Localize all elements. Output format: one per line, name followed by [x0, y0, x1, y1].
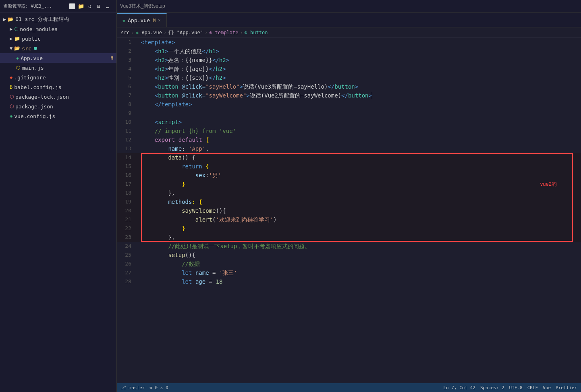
- error-count: ⊗ 0 ⚠ 0: [149, 385, 168, 390]
- line-number: 22: [117, 224, 138, 233]
- line-number: 20: [117, 206, 138, 215]
- pkglock-icon: ⬡: [10, 94, 14, 100]
- line-number: 13: [117, 144, 138, 153]
- tree-item-app-vue[interactable]: ◈ App.vue M: [0, 53, 116, 63]
- code-line-23: 23 },: [117, 233, 581, 242]
- line-content: <button @click="sayWelcome">说话(Vue2所配置的—…: [138, 91, 581, 100]
- code-line-21: 21 alert('欢迎来到尚硅谷学习'): [117, 215, 581, 224]
- tree-item-pkglock[interactable]: ⬡ package-lock.json: [0, 92, 116, 102]
- line-number: 27: [117, 268, 138, 277]
- line-content: setup(){: [138, 251, 581, 259]
- tree-label: babel.config.js: [14, 84, 61, 90]
- text-cursor: [372, 92, 372, 99]
- tree-label: App.vue: [21, 55, 43, 61]
- code-line-3: 3 <h2>姓名：{{name}}</h2>: [117, 56, 581, 64]
- gitignore-icon: ◆: [10, 75, 12, 80]
- line-content: sex:'男': [138, 171, 581, 180]
- line-number: 19: [117, 197, 138, 206]
- line-number: 28: [117, 277, 138, 286]
- line-content: name: 'App',: [138, 144, 581, 153]
- line-content: //此处只是测试一下setup，暂时不考虑响应式的问题。: [138, 242, 581, 251]
- line-number: 24: [117, 242, 138, 251]
- line-number: 11: [117, 127, 138, 135]
- tree-item-gitignore[interactable]: ◆ .gitignore: [0, 73, 116, 82]
- tree-label: package.json: [15, 104, 53, 110]
- more-icon[interactable]: …: [104, 3, 111, 9]
- tree-label: node_modules: [20, 26, 58, 32]
- new-folder-icon[interactable]: 📁: [78, 3, 84, 9]
- line-ending: CRLF: [527, 385, 538, 390]
- sidebar: 资源管理器: VUE3_... ⬜ 📁 ↺ ⊟ … ▶ 📂 01_src_分析工…: [0, 0, 117, 392]
- line-number: 6: [117, 82, 138, 91]
- sidebar-header-label: 资源管理器: VUE3_...: [3, 3, 52, 9]
- chevron-down-icon: ▼: [10, 46, 12, 51]
- line-content: sayWelcome(){: [138, 206, 581, 215]
- line-content: <script>: [138, 118, 581, 127]
- tree-item-src[interactable]: ▼ 📂 src: [0, 44, 116, 53]
- tree-label: 01_src_分析工程结构: [15, 16, 69, 23]
- code-editor[interactable]: 1<template>2 <h1>一个人的信息</h1>3 <h2>姓名：{{n…: [117, 38, 581, 383]
- code-line-25: 25 setup(){: [117, 251, 581, 259]
- breadcrumb-button: ⊙ button: [245, 30, 268, 35]
- vue-file-icon: ◈: [16, 55, 19, 61]
- line-number: 14: [117, 153, 138, 162]
- tab-bar: ◈ App.vue M ×: [117, 13, 581, 27]
- tree-item-node-modules[interactable]: ▶ ⬡ node_modules: [0, 24, 116, 34]
- new-file-icon[interactable]: ⬜: [69, 3, 75, 9]
- tree-label: vue.config.js: [14, 113, 55, 119]
- title-bar: Vue3技术_初识setup: [117, 0, 581, 13]
- tree-label: main.js: [22, 65, 44, 71]
- line-number: 18: [117, 189, 138, 197]
- line-content: <h2>姓名：{{name}}</h2>: [138, 56, 581, 64]
- tree-item-public[interactable]: ▶ 📁 public: [0, 34, 116, 44]
- code-line-9: 9: [117, 109, 581, 118]
- tree-item-01[interactable]: ▶ 📂 01_src_分析工程结构: [0, 15, 116, 24]
- tree-item-vueconfig[interactable]: ◈ vue.config.js: [0, 111, 116, 121]
- code-line-20: 20 sayWelcome(){: [117, 206, 581, 215]
- refresh-icon[interactable]: ↺: [87, 3, 93, 9]
- line-number: 17: [117, 180, 138, 189]
- tree-item-main-js[interactable]: ⬡ main.js: [0, 63, 116, 73]
- modified-badge: M: [110, 56, 113, 61]
- chevron-right-icon: ▶: [3, 17, 6, 22]
- folder-icon: 📂: [8, 17, 14, 22]
- tree-item-pkg[interactable]: ⬡ package.json: [0, 102, 116, 111]
- code-line-14: 14 data() {: [117, 153, 581, 162]
- line-content: },: [138, 233, 581, 242]
- code-line-1: 1<template>: [117, 38, 581, 47]
- folder-icon: 📁: [14, 36, 20, 41]
- sidebar-toolbar: ⬜ 📁 ↺ ⊟ …: [66, 1, 113, 11]
- code-line-12: 12 export default {: [117, 135, 581, 144]
- code-line-28: 28 let age = 18: [117, 277, 581, 286]
- tree-label: .gitignore: [14, 75, 46, 81]
- line-content: let age = 18: [138, 277, 581, 286]
- code-line-24: 24 //此处只是测试一下setup，暂时不考虑响应式的问题。: [117, 242, 581, 251]
- line-number: 15: [117, 162, 138, 171]
- vueconfig-icon: ◈: [10, 113, 12, 119]
- tree-label: src: [22, 46, 31, 52]
- js-file-icon: ⬡: [16, 65, 20, 71]
- line-number: 7: [117, 91, 138, 100]
- code-content: 1<template>2 <h1>一个人的信息</h1>3 <h2>姓名：{{n…: [117, 38, 581, 286]
- line-content: },: [138, 189, 581, 197]
- line-content: // import {h} from 'vue': [138, 127, 581, 135]
- collapse-icon[interactable]: ⊟: [95, 3, 102, 9]
- line-content: //数据: [138, 259, 581, 268]
- line-content: <button @click="sayHello">说话(Vue3所配置的—sa…: [138, 82, 581, 91]
- line-content: <template>: [138, 38, 581, 47]
- tab-app-vue[interactable]: ◈ App.vue M ×: [117, 13, 167, 27]
- line-content: data() {: [138, 153, 581, 162]
- sidebar-header: 资源管理器: VUE3_... ⬜ 📁 ↺ ⊟ …: [0, 0, 116, 13]
- code-line-16: 16 sex:'男': [117, 171, 581, 180]
- line-number: 12: [117, 135, 138, 144]
- line-number: 9: [117, 109, 138, 118]
- line-number: 3: [117, 56, 138, 64]
- line-content: return {: [138, 162, 581, 171]
- line-number: 4: [117, 64, 138, 73]
- title-text: Vue3技术_初识setup: [120, 3, 165, 10]
- line-content: <h1>一个人的信息</h1>: [138, 47, 581, 56]
- tree-item-babel[interactable]: B babel.config.js: [0, 82, 116, 92]
- tab-close-button[interactable]: ×: [158, 18, 161, 23]
- line-number: 23: [117, 233, 138, 242]
- node-modules-icon: ⬡: [14, 26, 18, 32]
